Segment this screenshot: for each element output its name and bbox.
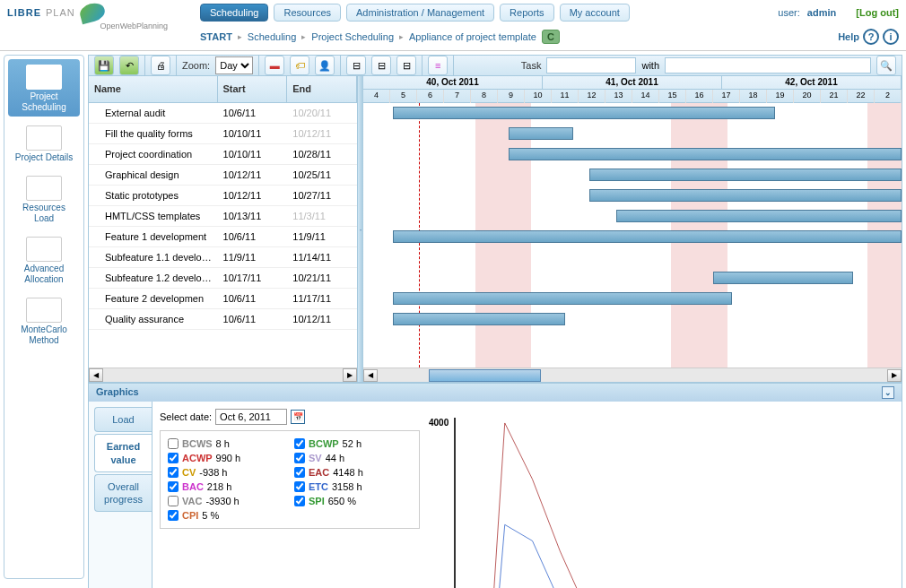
- collapse-icon[interactable]: ⌄: [882, 386, 894, 399]
- graphics-tab-overall-progress[interactable]: Overall progress: [94, 474, 152, 513]
- nav-tab-reports[interactable]: Reports: [500, 4, 554, 22]
- gantt-row: [363, 247, 902, 268]
- sidebar-item-project-details[interactable]: Project Details: [8, 120, 80, 167]
- undo-icon[interactable]: ↶: [119, 56, 139, 75]
- task-row[interactable]: Feature 1 development10/6/1111/9/11: [89, 227, 357, 247]
- task-row[interactable]: Feature 2 developmen10/6/1111/17/11: [89, 289, 357, 309]
- task-row[interactable]: Subfeature 1.1 development11/9/1111/14/1…: [89, 247, 357, 268]
- legend-item-bcwp[interactable]: BCWP 52 h: [294, 438, 412, 449]
- collapse-icon[interactable]: ⊟: [371, 56, 391, 75]
- task-filter-input[interactable]: [546, 57, 636, 74]
- legend-item-cv[interactable]: CV -938 h: [168, 467, 285, 478]
- with-filter-input[interactable]: [665, 57, 871, 74]
- column-start[interactable]: Start: [218, 76, 288, 102]
- day-header: 16: [686, 90, 713, 103]
- sidebar-item-advanced-allocation[interactable]: Advanced Allocation: [8, 231, 80, 289]
- day-header: 2: [875, 90, 902, 103]
- legend-item-etc[interactable]: ETC 3158 h: [294, 481, 412, 492]
- gantt-bar[interactable]: [393, 230, 902, 243]
- flatten-icon[interactable]: ⊟: [396, 56, 416, 75]
- nav-tab-administration-management[interactable]: Administration / Management: [346, 4, 494, 22]
- gantt-bar[interactable]: [616, 210, 902, 222]
- task-row[interactable]: Quality assurance10/6/1110/12/11: [89, 309, 357, 330]
- day-header: 6: [417, 90, 444, 103]
- gantt-horizontal-scrollbar[interactable]: ◀ ▶: [363, 368, 902, 382]
- zoom-select[interactable]: Day: [215, 56, 253, 74]
- info-icon[interactable]: i: [883, 29, 899, 45]
- select-date-input[interactable]: [215, 409, 287, 425]
- legend-item-eac[interactable]: EAC 4148 h: [294, 467, 412, 478]
- day-header: 11: [552, 90, 579, 103]
- legend-item-vac[interactable]: VAC -3930 h: [168, 496, 285, 506]
- breadcrumb-item[interactable]: Appliance of project template: [409, 31, 536, 42]
- breadcrumb: START ▸ Scheduling ▸ Project Scheduling …: [193, 25, 906, 48]
- breadcrumb-item[interactable]: Project Scheduling: [311, 31, 394, 42]
- sidebar-item-project-scheduling[interactable]: Project Scheduling: [8, 59, 80, 117]
- gantt-bar[interactable]: [589, 189, 902, 202]
- task-row[interactable]: Subfeature 1.2 development10/17/1110/21/…: [89, 268, 357, 289]
- scrollbar-thumb[interactable]: [429, 369, 541, 382]
- project-badge: C: [542, 30, 560, 44]
- week-header: 41, Oct 2011: [543, 76, 722, 90]
- graphics-tab-earned-value[interactable]: Earned value: [94, 434, 152, 472]
- help-link[interactable]: Help: [838, 31, 859, 42]
- week-header: 40, Oct 2011: [363, 76, 543, 90]
- gantt-bar[interactable]: [589, 169, 902, 181]
- search-icon[interactable]: 🔍: [876, 56, 896, 75]
- calendar-icon[interactable]: 📅: [291, 410, 305, 424]
- day-header: 12: [579, 90, 605, 103]
- legend-item-sv[interactable]: SV 44 h: [294, 453, 412, 463]
- help-icon[interactable]: ?: [863, 29, 879, 45]
- sidebar-icon: [26, 237, 62, 262]
- day-header: 8: [471, 90, 498, 103]
- task-row[interactable]: Graphical design10/12/1110/25/11: [89, 165, 357, 186]
- critical-path-icon[interactable]: ▬: [265, 56, 284, 75]
- sidebar-icon: [26, 65, 62, 90]
- logout-link[interactable]: [Log out]: [856, 7, 899, 18]
- day-header: 10: [525, 90, 552, 103]
- tag-icon[interactable]: 🏷: [290, 56, 309, 75]
- sidebar-item-montecarlo-method[interactable]: MonteCarlo Method: [8, 292, 80, 350]
- gantt-bar[interactable]: [393, 107, 775, 119]
- earned-value-chart: 4000 2000 0: [454, 418, 885, 588]
- expand-icon[interactable]: ⊟: [346, 56, 366, 75]
- task-row[interactable]: Project coordination10/10/1110/28/11: [89, 144, 357, 165]
- day-header: 13: [605, 90, 632, 103]
- sidebar: Project SchedulingProject DetailsResourc…: [4, 55, 84, 579]
- gantt-bar[interactable]: [509, 148, 902, 160]
- column-name[interactable]: Name: [89, 76, 218, 102]
- legend-item-spi[interactable]: SPI 650 %: [294, 496, 412, 506]
- gantt-bar[interactable]: [713, 272, 853, 284]
- save-icon[interactable]: 💾: [94, 56, 114, 75]
- day-header: 5: [390, 90, 417, 103]
- task-row[interactable]: Fill the quality forms10/10/1110/12/11: [89, 124, 357, 144]
- with-label: with: [641, 60, 659, 71]
- nav-tab-resources[interactable]: Resources: [274, 4, 341, 22]
- graphics-tab-load[interactable]: Load: [94, 407, 152, 432]
- gantt-bar[interactable]: [393, 292, 732, 305]
- print-icon[interactable]: 🖨: [151, 56, 170, 75]
- task-row[interactable]: Static prototypes10/12/1110/27/11: [89, 186, 357, 206]
- gantt-row: [363, 144, 902, 165]
- legend-item-bcws[interactable]: BCWS 8 h: [168, 438, 285, 449]
- day-header: 15: [659, 90, 686, 103]
- resources-icon[interactable]: 👤: [315, 56, 335, 75]
- column-end[interactable]: End: [287, 76, 357, 102]
- gantt-row: [363, 206, 902, 227]
- task-row[interactable]: External audit10/6/1110/20/11: [89, 103, 357, 124]
- nav-tab-my-account[interactable]: My account: [560, 4, 630, 22]
- gantt-row: [363, 309, 902, 330]
- legend-item-bac[interactable]: BAC 218 h: [168, 481, 285, 492]
- sidebar-item-resources-load[interactable]: Resources Load: [8, 170, 80, 228]
- breadcrumb-item[interactable]: Scheduling: [248, 31, 296, 42]
- gantt-bar[interactable]: [393, 313, 565, 325]
- task-row[interactable]: HMTL/CSS templates10/13/1111/3/11: [89, 206, 357, 227]
- legend-item-cpi[interactable]: CPI 5 %: [168, 510, 285, 521]
- nav-tab-scheduling[interactable]: Scheduling: [200, 4, 268, 22]
- legend-item-acwp[interactable]: ACWP 990 h: [168, 453, 285, 463]
- gantt-bar[interactable]: [509, 127, 573, 140]
- reload-icon[interactable]: ≡: [428, 56, 448, 75]
- task-horizontal-scrollbar[interactable]: ◀▶: [89, 368, 357, 382]
- day-header: 21: [821, 90, 848, 103]
- breadcrumb-start[interactable]: START: [200, 31, 232, 42]
